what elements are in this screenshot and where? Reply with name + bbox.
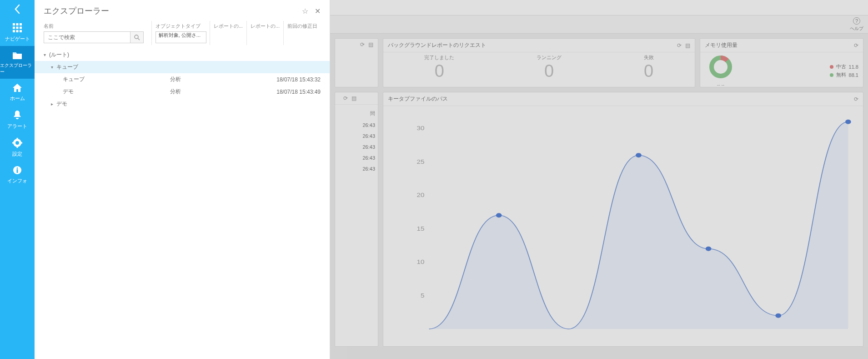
filter-report1-label: レポートの... <box>214 23 243 30</box>
svg-point-28 <box>636 153 642 157</box>
donut-subtitle: -- -- <box>705 82 737 87</box>
list-icon[interactable]: ▤ <box>685 42 690 49</box>
filter-objtype-label: オブジェクトタイプ <box>156 23 206 30</box>
line-chart: 51015202530 <box>406 111 854 338</box>
legend-label: 無料 <box>836 71 846 78</box>
tree-root-label: (ルート) <box>49 51 69 59</box>
stat-completed: 完了しました 0 <box>424 54 454 82</box>
legend-dot-free <box>830 73 833 77</box>
tree-demo-group[interactable]: ▸ デモ <box>35 98 330 110</box>
svg-point-29 <box>706 247 712 251</box>
stat-label: ランニング <box>537 54 562 61</box>
home-icon <box>12 83 22 92</box>
gear-icon <box>12 138 22 148</box>
card-small-actions: ⟳ ▤ <box>335 38 378 87</box>
svg-point-30 <box>775 313 781 318</box>
card-title: バックグラウンドレポートのリクエスト <box>388 41 673 49</box>
chevron-left-icon <box>14 4 20 14</box>
caret-right-icon: ▸ <box>51 101 56 106</box>
search-input[interactable] <box>44 31 130 43</box>
grid-icon <box>12 23 22 33</box>
filter-report2-label: レポートの... <box>251 23 280 30</box>
time-row: 26:43 <box>337 152 376 163</box>
stat-value: 0 <box>537 61 562 82</box>
tree-item-date: 18/07/18 15:43:32 <box>276 76 321 83</box>
svg-rect-2 <box>20 23 22 25</box>
help-icon: ? <box>853 17 860 25</box>
help-label: ヘルプ <box>850 25 863 32</box>
sidebar-item-info[interactable]: インフォ <box>0 161 35 188</box>
refresh-icon[interactable]: ⟳ <box>343 95 348 101</box>
svg-point-16 <box>17 167 18 169</box>
card-bg-requests: バックグラウンドレポートのリクエスト ⟳ ▤ 完了しました 0 ランニング 0 … <box>383 38 695 87</box>
time-row: 26:43 <box>337 120 376 131</box>
sidebar-item-navigate[interactable]: ナビゲート <box>0 18 35 46</box>
card-title: メモリ使用量 <box>705 41 850 49</box>
stat-failed: 失敗 0 <box>644 54 654 82</box>
sidebar-item-explorer[interactable]: エクスプローラー <box>0 46 35 79</box>
sidebar-item-home[interactable]: ホーム <box>0 79 35 106</box>
sidebar-item-alert[interactable]: アラート <box>0 106 35 133</box>
tree-group-label: キューブ <box>56 63 78 71</box>
tree-row[interactable]: キューブ 分析 18/07/18 15:43:32 <box>35 73 330 86</box>
svg-rect-8 <box>20 30 22 32</box>
tree-row[interactable]: デモ 分析 18/07/18 15:43:49 <box>35 86 330 98</box>
svg-point-27 <box>496 213 502 217</box>
search-icon <box>134 35 140 40</box>
sidebar-item-settings[interactable]: 設定 <box>0 133 35 161</box>
sidebar: ナビゲート エクスプローラー ホーム アラート 設定 インフォ <box>0 0 35 359</box>
refresh-icon[interactable]: ⟳ <box>854 42 858 49</box>
sidebar-item-label: ホーム <box>10 95 25 102</box>
svg-point-20 <box>712 58 730 76</box>
svg-rect-13 <box>12 142 14 144</box>
donut-chart <box>708 54 733 80</box>
tree-cube-group[interactable]: ▾ キューブ <box>35 61 330 73</box>
svg-line-19 <box>138 38 140 40</box>
stat-label: 完了しました <box>424 54 454 61</box>
legend-value: 88.1 <box>849 72 858 78</box>
info-icon <box>13 166 22 175</box>
sidebar-back-button[interactable] <box>0 0 35 18</box>
close-icon[interactable]: ✕ <box>315 7 321 15</box>
stat-running: ランニング 0 <box>537 54 562 82</box>
card-keytab-chart: キータブファイルのパス ⟳ 51015202530 <box>383 92 863 347</box>
svg-text:25: 25 <box>417 159 425 165</box>
sidebar-item-label: ナビゲート <box>5 35 30 42</box>
tree-group-label: デモ <box>56 100 67 108</box>
list-icon[interactable]: ▤ <box>368 41 373 48</box>
svg-rect-6 <box>13 30 15 32</box>
bell-icon <box>13 110 22 120</box>
object-type-select[interactable]: 解析対象, 公開さ... <box>156 31 206 43</box>
svg-rect-1 <box>16 23 19 25</box>
svg-text:15: 15 <box>417 226 425 232</box>
time-row: 26:43 <box>337 163 376 174</box>
tree-item-type: 分析 <box>170 88 238 96</box>
legend-value: 11.8 <box>849 64 858 70</box>
help-button[interactable]: ? ヘルプ <box>850 17 863 32</box>
svg-point-18 <box>135 35 138 39</box>
explorer-title: エクスプローラー <box>44 5 302 16</box>
svg-point-10 <box>15 141 19 145</box>
sidebar-item-label: エクスプローラー <box>0 62 35 75</box>
refresh-icon[interactable]: ⟳ <box>854 96 858 102</box>
card-title: キータブファイルのパス <box>388 95 850 103</box>
favorite-icon[interactable]: ☆ <box>302 7 308 15</box>
sidebar-item-label: 設定 <box>12 151 22 157</box>
caret-down-icon: ▾ <box>44 52 49 57</box>
search-button[interactable] <box>130 31 144 43</box>
svg-text:30: 30 <box>417 126 425 131</box>
svg-point-31 <box>845 120 851 124</box>
tree-root-row[interactable]: ▾ (ルート) <box>35 49 330 61</box>
time-row: 26:43 <box>337 131 376 142</box>
svg-rect-12 <box>17 146 18 148</box>
refresh-icon[interactable]: ⟳ <box>677 42 682 49</box>
legend-label: 中古 <box>836 63 846 70</box>
sidebar-item-label: インフォ <box>7 177 27 184</box>
list-icon[interactable]: ▤ <box>351 95 356 101</box>
card-memory: メモリ使用量 ⟳ -- -- 中古 11.8 <box>700 38 863 87</box>
refresh-icon[interactable]: ⟳ <box>360 41 365 48</box>
svg-rect-14 <box>20 142 22 144</box>
dashboard-area: ? ヘルプ ⟳ ▤ バックグラウンドレポートのリクエスト ⟳ ▤ 完了しました … <box>330 0 868 359</box>
svg-rect-4 <box>16 27 19 29</box>
svg-rect-0 <box>13 23 15 25</box>
